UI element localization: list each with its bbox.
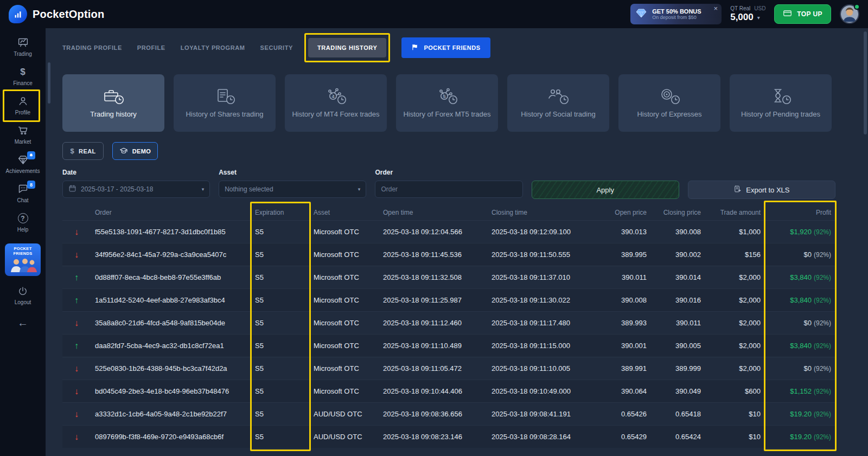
cell-open-price: 389.995 xyxy=(596,251,651,259)
history-card-social-trading[interactable]: History of Social trading xyxy=(507,74,609,132)
cell-open-time: 2025-03-18 09:11:32.508 xyxy=(379,273,487,281)
cell-open-price: 389.993 xyxy=(596,319,651,327)
tab-trading-history-label: TRADING HISTORY xyxy=(317,44,377,51)
app-logo[interactable]: PocketOption xyxy=(9,5,104,23)
shopping-cart-icon xyxy=(17,125,29,136)
sidebar-item-pocket-friends[interactable]: POCKET FRIENDS xyxy=(5,243,41,276)
left-scrollbar-thumb[interactable] xyxy=(48,62,50,104)
power-icon xyxy=(17,285,28,297)
dollar-icon: $ xyxy=(70,147,74,155)
table-row: ↓f55e5138-1091-4677-8217-3d1dbc0f1b85S5M… xyxy=(62,220,835,243)
topbar-right: GET 50% BONUS On deposit from $50 × QT R… xyxy=(630,4,859,24)
top-up-button[interactable]: TOP UP xyxy=(774,4,831,24)
cell-trade-amount: $2,000 xyxy=(705,319,765,327)
export-group: Export to XLS xyxy=(688,169,835,199)
real-label: REAL xyxy=(79,148,96,155)
real-account-button[interactable]: $ REAL xyxy=(62,142,104,160)
briefcase-clock-icon xyxy=(101,87,125,105)
history-card-mt4-forex[interactable]: 4 History of MT4 Forex trades xyxy=(285,74,387,132)
tab-security[interactable]: SECURITY xyxy=(260,44,293,51)
balance-selector[interactable]: QT Real USD 5,000 ▾ xyxy=(730,5,765,23)
sidebar-item-help[interactable]: ? Help xyxy=(0,208,46,237)
cell-trade-amount: $2,000 xyxy=(705,273,765,281)
export-file-icon xyxy=(733,185,742,195)
history-card-label: History of Social trading xyxy=(521,110,595,119)
tab-loyalty-program[interactable]: LOYALTY PROGRAM xyxy=(181,44,245,51)
cell-closing-time: 2025-03-18 09:11:50.555 xyxy=(487,251,596,259)
table-row: ↓35a8a8c0-21d6-4fcd-a548-9af815be04deS5M… xyxy=(62,311,835,334)
cell-open-price: 389.991 xyxy=(596,364,651,372)
cell-trade-amount: $10 xyxy=(705,433,765,441)
close-icon[interactable]: × xyxy=(714,4,718,12)
asset-filter-label: Asset xyxy=(219,169,366,177)
profit-percent: (92%) xyxy=(814,251,831,259)
history-card-shares-trading[interactable]: History of Shares trading xyxy=(174,74,276,132)
tab-trading-history[interactable]: TRADING HISTORY xyxy=(308,38,386,57)
bonus-banner[interactable]: GET 50% BONUS On deposit from $50 × xyxy=(630,4,722,24)
tab-pocket-friends[interactable]: POCKET FRIENDS xyxy=(401,37,490,58)
cell-expiration: S5 xyxy=(251,364,309,372)
order-input[interactable] xyxy=(381,185,516,193)
tab-profile[interactable]: PROFILE xyxy=(137,44,165,51)
cell-trade-amount: $2,000 xyxy=(705,364,765,372)
collapse-sidebar-arrow-icon[interactable]: ← xyxy=(17,317,28,329)
brand-name: PocketOption xyxy=(33,8,104,21)
profit-percent: (92%) xyxy=(814,388,831,395)
cell-open-price: 390.001 xyxy=(596,342,651,350)
history-card-trading-history[interactable]: Trading history xyxy=(62,74,164,132)
sidebar-item-trading[interactable]: Trading xyxy=(0,33,46,62)
currency-label: USD xyxy=(754,5,765,11)
asset-filter-group: Asset Nothing selected ▾ xyxy=(219,169,366,199)
sidebar-item-label: Trading xyxy=(14,51,32,57)
history-card-pending-trades[interactable]: History of Pending trades xyxy=(730,74,832,132)
sidebar-item-finance[interactable]: $ Finance xyxy=(0,62,46,91)
trade-direction-up-icon: ↑ xyxy=(62,296,91,305)
cell-closing-time: 2025-03-18 09:11:15.000 xyxy=(487,342,596,350)
cell-asset: Microsoft OTC xyxy=(309,319,379,327)
sidebar-item-achievements[interactable]: Achievements xyxy=(0,150,46,179)
history-card-mt5-forex[interactable]: 5 History of Forex MT5 trades xyxy=(396,74,498,132)
gem-icon xyxy=(635,7,648,22)
history-card-expresses[interactable]: History of Expresses xyxy=(618,74,720,132)
profit-percent: (92%) xyxy=(814,410,831,418)
sidebar-item-label: Help xyxy=(17,227,29,233)
cell-order-id: a3332d1c-1cb6-4a05-9a48-2c1be92b22f7 xyxy=(91,410,251,418)
cell-profit: $3,840(92%) xyxy=(765,342,835,350)
cell-open-price: 0.65426 xyxy=(596,410,651,418)
order-filter-group: Order xyxy=(375,169,522,199)
cell-asset: Microsoft OTC xyxy=(309,251,379,259)
cell-expiration: S5 xyxy=(251,342,309,350)
asset-select[interactable]: Nothing selected ▾ xyxy=(219,181,366,198)
cell-asset: Microsoft OTC xyxy=(309,273,379,281)
bonus-text: GET 50% BONUS On deposit from $50 xyxy=(652,8,701,20)
cell-closing-price: 390.008 xyxy=(651,228,705,236)
sidebar-item-label: Logout xyxy=(15,299,31,305)
right-scrollbar-thumb[interactable] xyxy=(864,31,867,134)
cell-profit: $0(92%) xyxy=(765,251,835,259)
person-icon xyxy=(17,95,29,107)
sidebar-item-chat[interactable]: Chat 8 xyxy=(0,179,46,208)
date-range-picker[interactable]: 2025-03-17 - 2025-03-18 ▾ xyxy=(62,181,210,198)
cell-trade-amount: $10 xyxy=(705,410,765,418)
user-avatar[interactable] xyxy=(840,4,859,24)
table-row: ↓525e0830-1b26-4388-945b-bc3ca7f42d2aS5M… xyxy=(62,357,835,380)
cell-closing-price: 390.005 xyxy=(651,342,705,350)
apply-button[interactable]: Apply xyxy=(532,181,679,199)
export-xls-button[interactable]: Export to XLS xyxy=(688,181,835,199)
cell-expiration: S5 xyxy=(251,433,309,441)
svg-text:5: 5 xyxy=(443,94,445,99)
sidebar-item-logout[interactable]: Logout xyxy=(0,281,46,310)
sidebar-item-profile[interactable]: Profile xyxy=(0,91,46,120)
profit-amount: $0 xyxy=(804,251,812,259)
cell-open-time: 2025-03-18 09:11:10.489 xyxy=(379,342,487,350)
sidebar-item-market[interactable]: Market xyxy=(0,120,46,150)
cell-asset: Microsoft OTC xyxy=(309,387,379,395)
tab-trading-profile[interactable]: TRADING PROFILE xyxy=(62,44,122,51)
cell-profit: $1,920(92%) xyxy=(765,228,835,236)
demo-account-button[interactable]: DEMO xyxy=(112,142,158,160)
trade-direction-up-icon: ↑ xyxy=(62,341,91,351)
history-card-label: History of Forex MT5 trades xyxy=(403,110,490,119)
sidebar-item-label: Profile xyxy=(15,110,30,115)
cell-order-id: 35a8a8c0-21d6-4fcd-a548-9af815be04de xyxy=(91,319,251,327)
pocketoption-app: PocketOption GET 50% BONUS On deposit fr… xyxy=(0,0,868,456)
